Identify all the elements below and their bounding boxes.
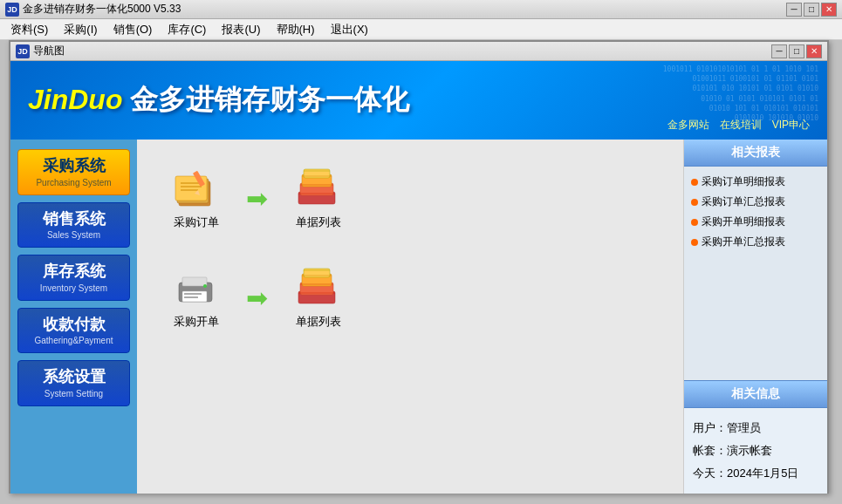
report-item-0[interactable]: 采购订单明细报表 [691, 172, 820, 192]
sidebar-item-inventory[interactable]: 库存系统 Inventory System [17, 255, 130, 301]
info-user-value: 管理员 [727, 421, 761, 434]
inner-title-bar: JD 导航图 ─ □ ✕ [10, 42, 827, 61]
svg-rect-17 [182, 277, 207, 286]
inner-title-left: JD 导航图 [16, 44, 65, 58]
invoice-list-label-1: 单据列表 [296, 215, 341, 230]
banner-links: 金多网站 在线培训 VIP申心 [667, 118, 810, 133]
invoice-list-item-2[interactable]: 单据列表 [294, 265, 342, 330]
invoice-list-item-1[interactable]: 单据列表 [294, 166, 342, 230]
info-user: 用户：管理员 [693, 417, 818, 439]
purchase-invoice-row: 采购开单 ➡ 单据列表 [154, 256, 666, 338]
info-date-value: 2024年1月5日 [727, 467, 798, 480]
sidebar-item-settings-sub: System Setting [24, 389, 124, 398]
report-dot-1 [691, 199, 698, 206]
sidebar-item-purchase-sub: Purchasing System [24, 178, 124, 187]
report-label-1: 采购订单汇总报表 [702, 194, 785, 209]
center-area: 采购订单 ➡ 单据列表 [137, 140, 683, 494]
sidebar-item-settings-main: 系统设置 [24, 368, 124, 387]
sidebar-item-settings[interactable]: 系统设置 System Setting [17, 360, 130, 406]
purchase-invoice-label: 采购开单 [174, 314, 219, 330]
report-item-2[interactable]: 采购开单明细报表 [691, 212, 820, 232]
inner-minimize-button[interactable]: ─ [771, 44, 787, 58]
inner-maximize-button[interactable]: □ [789, 44, 804, 58]
purchase-order-label: 采购订单 [174, 215, 219, 230]
minimize-button[interactable]: ─ [786, 3, 802, 17]
sidebar-item-sales-sub: Sales System [24, 230, 124, 240]
sidebar-item-purchase-main: 采购系统 [24, 157, 124, 176]
right-panel: 相关报表 采购订单明细报表 采购订单汇总报表 采购开单明细报表 采购开单汇总报表 [683, 140, 827, 494]
info-account-value: 演示帐套 [727, 444, 772, 457]
svg-rect-20 [184, 296, 198, 298]
reports-content: 采购订单明细报表 采购订单汇总报表 采购开单明细报表 采购开单汇总报表 [684, 167, 827, 380]
info-date-label: 今天： [693, 467, 727, 480]
info-account: 帐套：演示帐套 [693, 439, 818, 462]
inner-app-icon: JD [16, 44, 30, 58]
svg-rect-11 [304, 169, 330, 178]
banner-title: JinDuo 金多进销存财务一体化 [28, 81, 409, 119]
purchase-invoice-icon [172, 265, 220, 309]
banner-link-website[interactable]: 金多网站 [667, 118, 709, 133]
info-date: 今天：2024年1月5日 [693, 462, 818, 485]
purchase-order-icon [172, 166, 220, 209]
arrow-right-icon-2: ➡ [246, 283, 268, 313]
menu-item-report[interactable]: 报表(U) [215, 20, 267, 39]
sidebar-item-payment-sub: Gathering&Payment [24, 336, 124, 345]
app-icon: JD [5, 3, 19, 17]
menu-item-sales[interactable]: 销售(O) [106, 20, 160, 39]
info-content: 用户：管理员 帐套：演示帐套 今天：2024年1月5日 [684, 408, 827, 494]
sidebar-item-payment-main: 收款付款 [24, 316, 124, 335]
info-user-label: 用户： [693, 421, 727, 434]
report-dot-3 [691, 239, 698, 246]
report-dot-0 [691, 179, 698, 186]
main-content: 采购系统 Purchasing System 销售系统 Sales System… [10, 140, 827, 494]
svg-rect-25 [304, 269, 330, 277]
report-dot-2 [691, 219, 698, 226]
banner-link-vip[interactable]: VIP申心 [772, 118, 810, 133]
banner-bg-text: 1001011 010101010101 01 1 01 1010 101 01… [663, 65, 818, 123]
banner-main-text: 金多进销存财务一体化 [122, 84, 409, 115]
title-bar-left: JD 金多进销存财务一体化5000 V5.33 [5, 2, 181, 17]
sidebar-item-sales-main: 销售系统 [24, 210, 124, 229]
arrow-right-icon-1: ➡ [246, 183, 268, 214]
info-header: 相关信息 [684, 380, 827, 408]
inner-title-controls: ─ □ ✕ [771, 44, 822, 58]
sidebar-item-purchase[interactable]: 采购系统 Purchasing System [17, 149, 130, 195]
menu-item-data[interactable]: 资料(S) [3, 20, 55, 39]
header-banner: 1001011 010101010101 01 1 01 1010 101 01… [10, 61, 827, 140]
sidebar-item-sales[interactable]: 销售系统 Sales System [17, 202, 130, 249]
purchase-order-item[interactable]: 采购订单 [172, 166, 220, 230]
report-label-0: 采购订单明细报表 [702, 174, 785, 189]
report-item-1[interactable]: 采购订单汇总报表 [691, 192, 820, 212]
banner-link-training[interactable]: 在线培训 [720, 118, 762, 133]
invoice-list-icon-2 [294, 265, 342, 309]
sidebar-item-inventory-sub: Inventory System [24, 283, 124, 293]
title-bar-controls: ─ □ ✕ [786, 3, 837, 17]
invoice-list-label-2: 单据列表 [296, 314, 341, 330]
svg-rect-19 [184, 293, 202, 295]
inner-window-title: 导航图 [33, 44, 65, 58]
app-title: 金多进销存财务一体化5000 V5.33 [23, 2, 181, 17]
purchase-order-row: 采购订单 ➡ 单据列表 [154, 157, 666, 239]
maximize-button[interactable]: □ [804, 3, 819, 17]
report-label-3: 采购开单汇总报表 [702, 235, 785, 249]
svg-point-21 [203, 284, 207, 288]
inner-window: JD 导航图 ─ □ ✕ 1001011 010101010101 01 1 0… [9, 40, 829, 494]
menu-item-help[interactable]: 帮助(H) [270, 20, 322, 39]
purchase-invoice-item[interactable]: 采购开单 [172, 265, 220, 330]
menu-item-exit[interactable]: 退出(X) [324, 20, 375, 39]
report-label-2: 采购开单明细报表 [702, 215, 785, 229]
info-account-label: 帐套： [693, 444, 727, 457]
banner-jinduo: JinDuo [28, 84, 122, 115]
inner-close-button[interactable]: ✕ [806, 44, 822, 58]
sidebar-item-payment[interactable]: 收款付款 Gathering&Payment [17, 308, 130, 354]
menu-bar: 资料(S) 采购(I) 销售(O) 库存(C) 报表(U) 帮助(H) 退出(X… [0, 19, 842, 40]
menu-item-inventory[interactable]: 库存(C) [161, 20, 213, 39]
sidebar-item-inventory-main: 库存系统 [24, 262, 124, 282]
reports-header: 相关报表 [684, 140, 827, 167]
title-bar: JD 金多进销存财务一体化5000 V5.33 ─ □ ✕ [0, 0, 842, 19]
close-button[interactable]: ✕ [821, 3, 837, 17]
sidebar: 采购系统 Purchasing System 销售系统 Sales System… [10, 140, 137, 494]
menu-item-purchase[interactable]: 采购(I) [57, 20, 104, 39]
report-item-3[interactable]: 采购开单汇总报表 [691, 232, 820, 252]
info-section: 相关信息 用户：管理员 帐套：演示帐套 今天：2024年1月5日 [684, 380, 827, 494]
